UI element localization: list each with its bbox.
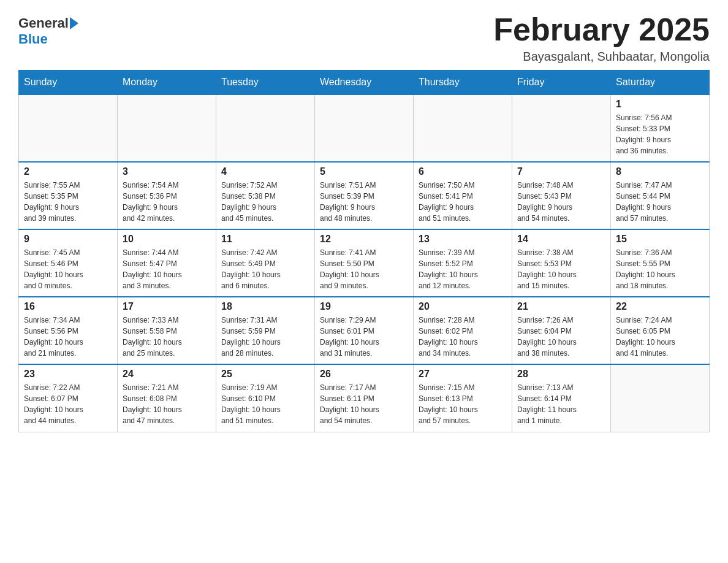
calendar-cell: 19Sunrise: 7:29 AMSunset: 6:01 PMDayligh… — [315, 297, 414, 364]
calendar-cell: 2Sunrise: 7:55 AMSunset: 5:35 PMDaylight… — [19, 162, 118, 229]
weekday-header-monday: Monday — [118, 71, 216, 95]
day-info: Sunrise: 7:44 AMSunset: 5:47 PMDaylight:… — [123, 247, 211, 291]
day-number: 12 — [320, 234, 408, 245]
day-number: 2 — [24, 166, 112, 177]
day-number: 13 — [419, 234, 507, 245]
calendar-cell: 15Sunrise: 7:36 AMSunset: 5:55 PMDayligh… — [611, 229, 710, 297]
calendar-cell: 12Sunrise: 7:41 AMSunset: 5:50 PMDayligh… — [315, 229, 414, 297]
day-number: 10 — [123, 234, 211, 245]
calendar-cell: 24Sunrise: 7:21 AMSunset: 6:08 PMDayligh… — [118, 364, 216, 432]
day-number: 8 — [616, 166, 704, 177]
week-row-5: 23Sunrise: 7:22 AMSunset: 6:07 PMDayligh… — [19, 364, 710, 432]
week-row-2: 2Sunrise: 7:55 AMSunset: 5:35 PMDaylight… — [19, 162, 710, 229]
calendar-cell: 20Sunrise: 7:28 AMSunset: 6:02 PMDayligh… — [414, 297, 512, 364]
location-subtitle: Bayasgalant, Suhbaatar, Mongolia — [493, 50, 710, 64]
day-info: Sunrise: 7:17 AMSunset: 6:11 PMDaylight:… — [320, 382, 408, 426]
calendar-cell: 16Sunrise: 7:34 AMSunset: 5:56 PMDayligh… — [19, 297, 118, 364]
weekday-header-friday: Friday — [512, 71, 611, 95]
day-number: 1 — [616, 99, 704, 110]
calendar-cell: 4Sunrise: 7:52 AMSunset: 5:38 PMDaylight… — [216, 162, 315, 229]
day-info: Sunrise: 7:56 AMSunset: 5:33 PMDaylight:… — [616, 112, 704, 156]
calendar-cell — [19, 94, 118, 162]
calendar-cell — [315, 94, 414, 162]
calendar-cell — [611, 364, 710, 432]
calendar-cell — [216, 94, 315, 162]
weekday-header-wednesday: Wednesday — [315, 71, 414, 95]
calendar-cell: 22Sunrise: 7:24 AMSunset: 6:05 PMDayligh… — [611, 297, 710, 364]
calendar-cell: 10Sunrise: 7:44 AMSunset: 5:47 PMDayligh… — [118, 229, 216, 297]
day-info: Sunrise: 7:26 AMSunset: 6:04 PMDaylight:… — [517, 315, 605, 359]
calendar-cell: 9Sunrise: 7:45 AMSunset: 5:46 PMDaylight… — [19, 229, 118, 297]
day-info: Sunrise: 7:48 AMSunset: 5:43 PMDaylight:… — [517, 180, 605, 224]
day-info: Sunrise: 7:52 AMSunset: 5:38 PMDaylight:… — [221, 180, 309, 224]
day-info: Sunrise: 7:15 AMSunset: 6:13 PMDaylight:… — [419, 382, 507, 426]
day-number: 26 — [320, 369, 408, 380]
weekday-header-sunday: Sunday — [19, 71, 118, 95]
day-number: 22 — [616, 301, 704, 312]
day-info: Sunrise: 7:41 AMSunset: 5:50 PMDaylight:… — [320, 247, 408, 291]
day-info: Sunrise: 7:47 AMSunset: 5:44 PMDaylight:… — [616, 180, 704, 224]
day-number: 16 — [24, 301, 112, 312]
day-info: Sunrise: 7:54 AMSunset: 5:36 PMDaylight:… — [123, 180, 211, 224]
day-number: 24 — [123, 369, 211, 380]
day-info: Sunrise: 7:22 AMSunset: 6:07 PMDaylight:… — [24, 382, 112, 426]
calendar-cell: 7Sunrise: 7:48 AMSunset: 5:43 PMDaylight… — [512, 162, 611, 229]
day-number: 9 — [24, 234, 112, 245]
day-info: Sunrise: 7:42 AMSunset: 5:49 PMDaylight:… — [221, 247, 309, 291]
day-number: 6 — [419, 166, 507, 177]
day-number: 17 — [123, 301, 211, 312]
day-info: Sunrise: 7:34 AMSunset: 5:56 PMDaylight:… — [24, 315, 112, 359]
page-header: General Blue February 2025 Bayasgalant, … — [18, 12, 710, 64]
day-number: 7 — [517, 166, 605, 177]
calendar-cell: 18Sunrise: 7:31 AMSunset: 5:59 PMDayligh… — [216, 297, 315, 364]
day-number: 14 — [517, 234, 605, 245]
day-info: Sunrise: 7:24 AMSunset: 6:05 PMDaylight:… — [616, 315, 704, 359]
calendar-cell — [512, 94, 611, 162]
day-info: Sunrise: 7:28 AMSunset: 6:02 PMDaylight:… — [419, 315, 507, 359]
day-number: 5 — [320, 166, 408, 177]
logo: General Blue — [18, 12, 80, 47]
day-info: Sunrise: 7:21 AMSunset: 6:08 PMDaylight:… — [123, 382, 211, 426]
week-row-3: 9Sunrise: 7:45 AMSunset: 5:46 PMDaylight… — [19, 229, 710, 297]
calendar-cell: 21Sunrise: 7:26 AMSunset: 6:04 PMDayligh… — [512, 297, 611, 364]
day-number: 21 — [517, 301, 605, 312]
day-info: Sunrise: 7:29 AMSunset: 6:01 PMDaylight:… — [320, 315, 408, 359]
day-number: 18 — [221, 301, 309, 312]
day-number: 15 — [616, 234, 704, 245]
day-number: 25 — [221, 369, 309, 380]
calendar-cell: 5Sunrise: 7:51 AMSunset: 5:39 PMDaylight… — [315, 162, 414, 229]
logo-arrow-icon — [70, 17, 78, 29]
calendar-table: SundayMondayTuesdayWednesdayThursdayFrid… — [18, 70, 710, 432]
calendar-cell: 11Sunrise: 7:42 AMSunset: 5:49 PMDayligh… — [216, 229, 315, 297]
day-info: Sunrise: 7:36 AMSunset: 5:55 PMDaylight:… — [616, 247, 704, 291]
week-row-4: 16Sunrise: 7:34 AMSunset: 5:56 PMDayligh… — [19, 297, 710, 364]
day-info: Sunrise: 7:45 AMSunset: 5:46 PMDaylight:… — [24, 247, 112, 291]
weekday-header-row: SundayMondayTuesdayWednesdayThursdayFrid… — [19, 71, 710, 95]
calendar-cell: 1Sunrise: 7:56 AMSunset: 5:33 PMDaylight… — [611, 94, 710, 162]
calendar-cell: 28Sunrise: 7:13 AMSunset: 6:14 PMDayligh… — [512, 364, 611, 432]
logo-blue-text: Blue — [18, 31, 48, 47]
day-info: Sunrise: 7:31 AMSunset: 5:59 PMDaylight:… — [221, 315, 309, 359]
day-number: 11 — [221, 234, 309, 245]
calendar-cell: 13Sunrise: 7:39 AMSunset: 5:52 PMDayligh… — [414, 229, 512, 297]
calendar-cell: 23Sunrise: 7:22 AMSunset: 6:07 PMDayligh… — [19, 364, 118, 432]
calendar-cell: 8Sunrise: 7:47 AMSunset: 5:44 PMDaylight… — [611, 162, 710, 229]
week-row-1: 1Sunrise: 7:56 AMSunset: 5:33 PMDaylight… — [19, 94, 710, 162]
day-number: 19 — [320, 301, 408, 312]
calendar-cell: 6Sunrise: 7:50 AMSunset: 5:41 PMDaylight… — [414, 162, 512, 229]
weekday-header-tuesday: Tuesday — [216, 71, 315, 95]
day-info: Sunrise: 7:39 AMSunset: 5:52 PMDaylight:… — [419, 247, 507, 291]
day-number: 27 — [419, 369, 507, 380]
day-info: Sunrise: 7:13 AMSunset: 6:14 PMDaylight:… — [517, 382, 605, 426]
day-number: 20 — [419, 301, 507, 312]
day-info: Sunrise: 7:51 AMSunset: 5:39 PMDaylight:… — [320, 180, 408, 224]
calendar-cell: 25Sunrise: 7:19 AMSunset: 6:10 PMDayligh… — [216, 364, 315, 432]
calendar-cell: 17Sunrise: 7:33 AMSunset: 5:58 PMDayligh… — [118, 297, 216, 364]
day-number: 28 — [517, 369, 605, 380]
day-info: Sunrise: 7:38 AMSunset: 5:53 PMDaylight:… — [517, 247, 605, 291]
day-info: Sunrise: 7:50 AMSunset: 5:41 PMDaylight:… — [419, 180, 507, 224]
weekday-header-thursday: Thursday — [414, 71, 512, 95]
day-number: 4 — [221, 166, 309, 177]
calendar-cell: 26Sunrise: 7:17 AMSunset: 6:11 PMDayligh… — [315, 364, 414, 432]
title-section: February 2025 Bayasgalant, Suhbaatar, Mo… — [493, 12, 710, 64]
